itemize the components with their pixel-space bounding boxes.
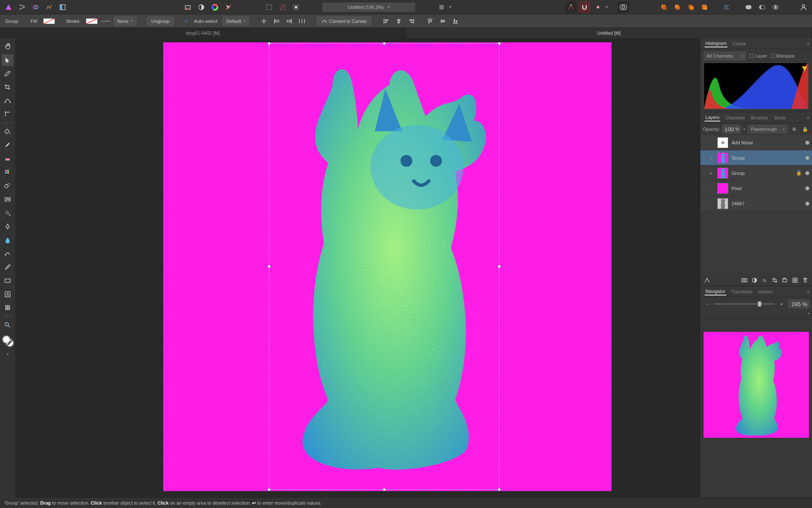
mesh-tool[interactable] [2,302,14,314]
mask-layer-icon[interactable] [740,276,749,284]
quick-mask-icon[interactable] [617,1,629,13]
align-center-icon[interactable] [259,17,269,26]
add-layer-icon[interactable] [791,276,799,284]
panel-tab-colour[interactable]: Colour [732,40,747,47]
halign-right-icon[interactable] [407,17,416,26]
layer-row[interactable]: ⋮Pixel [700,181,812,196]
text-tool[interactable]: A [2,288,14,300]
marquee-remove-icon[interactable] [277,1,288,13]
boolean-subtract-icon[interactable] [756,1,768,13]
boolean-intersect-icon[interactable] [770,1,782,13]
arrange-backward-icon[interactable] [672,1,683,13]
panel-tab-brushes[interactable]: Brushes [750,114,769,121]
color-picker-tool[interactable] [2,68,14,80]
foreground-color-swatch[interactable] [2,335,11,344]
erase-tool[interactable] [2,153,14,165]
layer-row[interactable]: ⋮▸Group [700,150,812,166]
zoom-slider[interactable] [714,303,775,305]
valign-middle-icon[interactable] [438,17,447,26]
inpainting-tool[interactable] [2,193,14,205]
boolean-add-icon[interactable] [743,1,754,13]
halign-left-icon[interactable] [381,17,391,26]
group-layers-icon[interactable] [781,276,789,284]
move-tool[interactable] [2,54,14,66]
drag-handle-icon[interactable]: ⋮ [703,140,707,145]
panel-menu-icon[interactable]: ≡ [807,115,809,120]
paintbrush-tool[interactable] [2,139,14,151]
canvas[interactable] [163,42,612,491]
ungroup-button[interactable]: Ungroup [147,17,174,26]
stroke-width-select[interactable]: None▾ [114,17,137,26]
document-tab-0[interactable]: blog01-0402 [M] [0,28,406,38]
expand-arrow-icon[interactable]: ▸ [710,156,714,160]
panel-tab-stock[interactable]: Stock [773,114,787,121]
drag-handle-icon[interactable]: ⋮ [703,185,707,191]
visibility-toggle[interactable] [805,186,809,190]
marquee-rect-icon[interactable] [263,1,275,13]
account-icon[interactable] [798,1,809,13]
node-secondary-tool[interactable] [2,95,14,107]
delete-layer-icon[interactable] [801,276,809,284]
smudge-tool[interactable] [2,248,14,260]
stroke-style-icon[interactable] [101,17,110,26]
panel-tab-histogram[interactable]: Histogram [705,40,727,47]
visibility-toggle[interactable] [805,141,809,145]
convert-curves-button[interactable]: Convert to Curves [317,17,371,26]
blend-mode-select[interactable]: Passthrough▾ [748,125,787,133]
persona-develop-icon[interactable] [30,1,41,13]
force-pixel-icon[interactable] [592,1,604,13]
crop-layer-icon[interactable] [771,276,779,284]
panel-tab-channels[interactable]: Channels [724,114,746,121]
drag-handle-icon[interactable]: ⋮ [703,201,707,206]
snap-toggle-icon[interactable] [565,1,577,13]
check-icon[interactable]: ✓ [184,18,188,24]
panel-tab-navigator[interactable]: Navigator [705,288,726,295]
zoom-out-icon[interactable]: − [703,300,711,308]
document-title-pill[interactable]: Untitled (195.3%) ▾ [322,3,415,12]
resize-handle-s[interactable] [383,488,386,491]
chevron-down-icon[interactable]: ▾ [449,4,452,10]
corner-tool[interactable] [2,108,14,120]
resize-handle-sw[interactable] [268,488,271,491]
pen-tool[interactable] [2,221,14,232]
zoom-value-input[interactable] [788,300,809,308]
arrange-front-icon[interactable] [699,1,710,13]
alignment-icon[interactable] [721,1,732,13]
lock-icon[interactable]: 🔒 [801,125,809,133]
color-wheel-icon[interactable] [209,1,221,13]
snap-magnet-icon[interactable] [579,1,590,13]
dodge-tool[interactable] [2,207,14,219]
resize-handle-n[interactable] [383,42,386,45]
resize-handle-nw[interactable] [268,42,271,45]
layer-row[interactable]: ⋮▦Add Noise [700,135,812,150]
arrange-forward-icon[interactable] [685,1,697,13]
visibility-toggle[interactable] [805,202,809,206]
auto-select-off-icon[interactable] [222,1,234,13]
zoom-in-icon[interactable]: + [777,300,786,308]
hand-tool[interactable] [2,41,14,52]
halftone-icon[interactable] [195,1,207,13]
zoom-tool[interactable] [2,319,14,331]
flood-fill-tool[interactable] [2,126,14,138]
marquee-add-icon[interactable] [290,1,302,13]
autoselect-label[interactable]: Auto-select [192,19,219,24]
panel-tab-transform[interactable]: Transform [730,288,753,295]
gear-icon[interactable]: ⚙ [790,125,798,133]
resize-handle-se[interactable] [498,488,501,491]
layers-empty-area[interactable] [700,211,812,275]
doc-setup-icon[interactable] [182,1,194,13]
rectangle-tool[interactable] [2,275,14,287]
marquee-filter-checkbox[interactable]: Marquee [771,53,795,58]
fill-swatch[interactable] [43,18,55,24]
drag-handle-icon[interactable]: ⋮ [703,155,707,160]
clone-tool[interactable] [2,180,14,192]
navigator-options-row[interactable]: ▾ [703,312,809,319]
stroke-swatch[interactable] [86,18,98,24]
chevron-down-icon[interactable]: ▾ [7,352,9,356]
fx-layer-icon[interactable]: fx [760,276,769,284]
resize-handle-e[interactable] [498,265,501,268]
visibility-toggle[interactable] [805,156,809,160]
panel-tab-history[interactable]: History [757,288,774,295]
lock-icon[interactable]: 🔒 [796,170,802,176]
canvas-viewport[interactable] [15,38,700,498]
